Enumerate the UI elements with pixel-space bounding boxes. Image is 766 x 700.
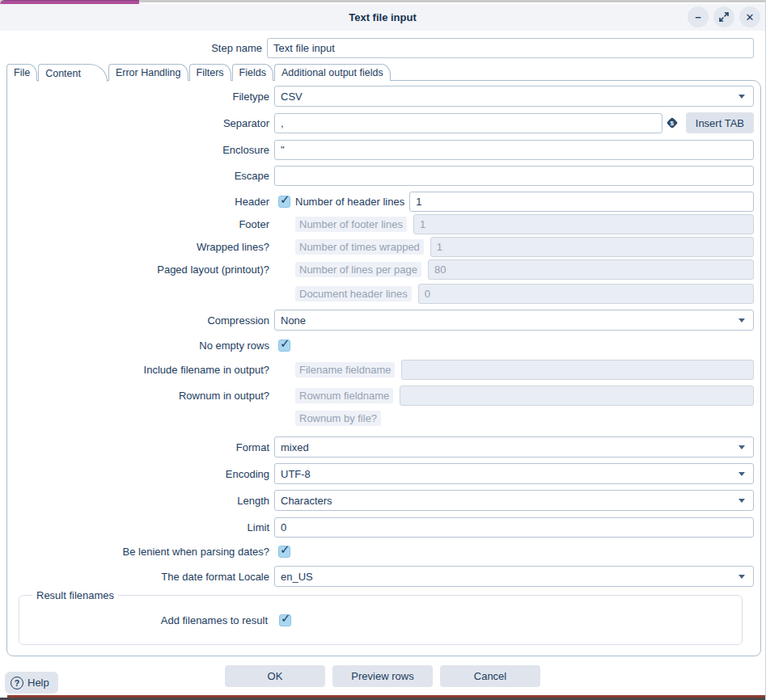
check-icon: ✓ bbox=[280, 542, 290, 557]
rownum-by-file-row: Rownum by file? bbox=[7, 411, 754, 425]
ok-button[interactable]: OK bbox=[225, 665, 325, 687]
compression-value: None bbox=[281, 314, 738, 327]
wrapped-lines-row: Wrapped lines? Number of times wrapped bbox=[7, 236, 754, 257]
help-button[interactable]: ? Help bbox=[5, 672, 58, 694]
footer-label: Footer bbox=[7, 218, 274, 230]
tab-label: Additional output fields bbox=[281, 67, 383, 78]
filename-fieldname-label: Filename fieldname bbox=[295, 362, 395, 377]
filetype-value: CSV bbox=[281, 91, 738, 103]
include-filename-row: Include filename in output? Filename fie… bbox=[7, 359, 754, 380]
limit-input[interactable] bbox=[274, 517, 754, 538]
enclosure-input[interactable] bbox=[274, 140, 754, 160]
titlebar[interactable]: Text file input − ✕ bbox=[0, 4, 765, 31]
enclosure-row: Enclosure bbox=[7, 139, 754, 160]
separator-input[interactable] bbox=[274, 113, 662, 133]
length-value: Characters bbox=[281, 495, 738, 507]
close-button[interactable]: ✕ bbox=[739, 6, 760, 27]
footer-checkbox[interactable] bbox=[278, 218, 290, 230]
header-label: Header bbox=[7, 196, 274, 208]
insert-tab-button[interactable]: Insert TAB bbox=[686, 112, 754, 133]
rownum-fieldname-label: Rownum fieldname bbox=[295, 388, 393, 403]
filetype-select[interactable]: CSV bbox=[274, 86, 754, 107]
include-filename-label: Include filename in output? bbox=[7, 364, 274, 376]
rownum-checkbox[interactable] bbox=[278, 390, 290, 402]
tab-label: Filters bbox=[197, 67, 224, 78]
preview-rows-button[interactable]: Preview rows bbox=[332, 665, 433, 687]
document-header-lines-label: Document header lines bbox=[295, 286, 412, 302]
locale-label: The date format Locale bbox=[7, 571, 274, 583]
tab-label: Fields bbox=[239, 67, 266, 78]
cancel-button[interactable]: Cancel bbox=[440, 665, 540, 687]
escape-input[interactable] bbox=[274, 166, 754, 186]
minimize-button[interactable]: − bbox=[688, 6, 709, 27]
length-row: Length Characters bbox=[7, 490, 754, 511]
dropdown-arrow-icon bbox=[738, 95, 745, 99]
locale-value: en_US bbox=[281, 571, 738, 583]
tab-label: File bbox=[14, 67, 30, 78]
content-tab-panel: Filetype CSV Separator $ Insert TAB Encl… bbox=[6, 80, 761, 656]
window-title: Text file input bbox=[349, 11, 417, 23]
wrapped-lines-label: Wrapped lines? bbox=[7, 241, 274, 253]
header-checkbox[interactable]: ✓ bbox=[278, 196, 290, 208]
result-filenames-group: Result filenames Add filenames to result… bbox=[19, 595, 743, 645]
header-lines-label: Number of header lines bbox=[295, 196, 404, 208]
step-name-label: Step name bbox=[0, 42, 267, 54]
document-header-row: Document header lines bbox=[7, 283, 754, 304]
footer-lines-label: Number of footer lines bbox=[295, 217, 407, 232]
length-select[interactable]: Characters bbox=[274, 490, 754, 511]
tab-additional-output-fields[interactable]: Additional output fields bbox=[274, 64, 391, 81]
tab-filters[interactable]: Filters bbox=[189, 64, 231, 81]
lenient-dates-row: Be lenient when parsing dates? ✓ bbox=[7, 542, 754, 560]
result-filenames-group-title: Result filenames bbox=[32, 589, 118, 601]
filename-fieldname-input bbox=[401, 360, 754, 380]
minimize-icon: − bbox=[695, 11, 701, 23]
check-icon: ✓ bbox=[280, 192, 290, 207]
encoding-row: Encoding UTF-8 bbox=[7, 463, 754, 484]
paged-layout-row: Paged layout (printout)? Number of lines… bbox=[7, 259, 754, 280]
dropdown-arrow-icon bbox=[738, 472, 745, 476]
tab-file[interactable]: File bbox=[6, 64, 37, 81]
footer-row: Footer Number of footer lines bbox=[7, 213, 754, 234]
rownum-by-file-checkbox[interactable] bbox=[278, 412, 290, 424]
format-label: Format bbox=[7, 441, 274, 453]
help-icon: ? bbox=[11, 677, 23, 689]
encoding-value: UTF-8 bbox=[281, 468, 738, 480]
tab-label: Error Handling bbox=[116, 67, 181, 78]
variable-icon: $ bbox=[667, 117, 678, 129]
filetype-row: Filetype CSV bbox=[7, 86, 754, 107]
tab-label: Content bbox=[45, 68, 81, 79]
paged-layout-checkbox[interactable] bbox=[278, 264, 290, 276]
times-wrapped-label: Number of times wrapped bbox=[295, 239, 424, 255]
locale-select[interactable]: en_US bbox=[274, 566, 754, 587]
checkbox-spacer bbox=[278, 288, 290, 300]
format-row: Format mixed bbox=[7, 436, 754, 458]
dropdown-arrow-icon bbox=[738, 445, 745, 449]
lenient-dates-checkbox[interactable]: ✓ bbox=[278, 546, 290, 558]
restore-button[interactable] bbox=[713, 6, 734, 27]
limit-label: Limit bbox=[7, 521, 274, 533]
limit-row: Limit bbox=[7, 517, 754, 538]
step-name-input[interactable] bbox=[267, 38, 754, 58]
tab-content[interactable]: Content bbox=[38, 64, 108, 82]
no-empty-rows-label: No empty rows bbox=[7, 339, 274, 352]
enclosure-label: Enclosure bbox=[7, 144, 274, 156]
compression-select[interactable]: None bbox=[274, 310, 754, 331]
format-select[interactable]: mixed bbox=[274, 436, 754, 458]
tab-fields[interactable]: Fields bbox=[232, 64, 273, 81]
locale-row: The date format Locale en_US bbox=[7, 566, 754, 587]
add-filenames-checkbox[interactable]: ✓ bbox=[279, 614, 291, 626]
escape-label: Escape bbox=[7, 170, 274, 182]
tab-error-handling[interactable]: Error Handling bbox=[108, 64, 188, 81]
wrapped-lines-checkbox[interactable] bbox=[278, 241, 290, 253]
restore-icon bbox=[719, 12, 729, 22]
rownum-label: Rownum in output? bbox=[7, 390, 274, 402]
encoding-select[interactable]: UTF-8 bbox=[274, 463, 754, 484]
dialog-buttons: OK Preview rows Cancel bbox=[0, 665, 765, 687]
step-name-row: Step name bbox=[0, 37, 754, 58]
rownum-by-file-label: Rownum by file? bbox=[295, 411, 381, 426]
header-lines-input[interactable] bbox=[409, 192, 754, 212]
no-empty-rows-checkbox[interactable]: ✓ bbox=[278, 339, 290, 352]
paged-layout-label: Paged layout (printout)? bbox=[7, 264, 274, 276]
include-filename-checkbox[interactable] bbox=[278, 364, 290, 376]
filetype-label: Filetype bbox=[7, 91, 274, 103]
